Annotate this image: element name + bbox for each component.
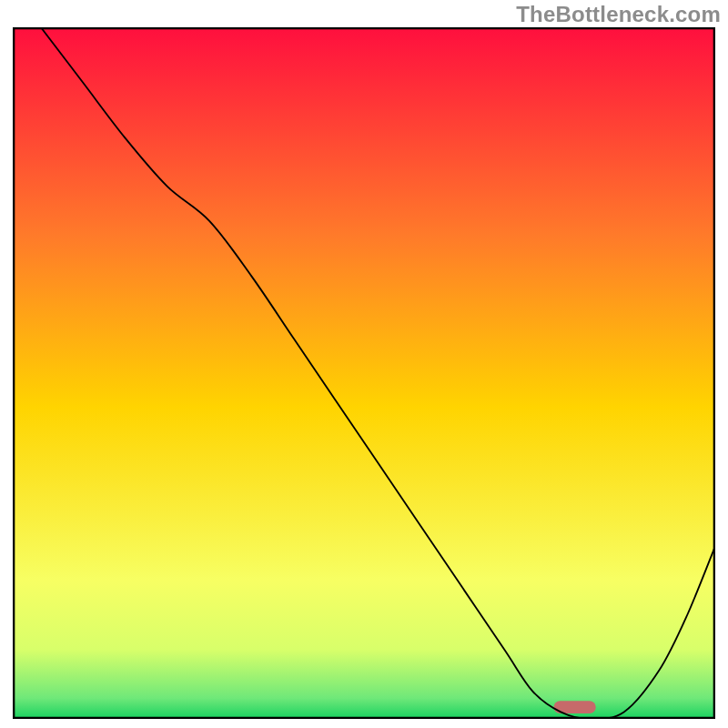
gradient-background (13, 27, 715, 719)
plot-area (13, 27, 715, 719)
watermark-text: TheBottleneck.com (516, 2, 721, 27)
chart-stage: TheBottleneck.com (0, 0, 728, 728)
plot-svg (13, 27, 715, 719)
